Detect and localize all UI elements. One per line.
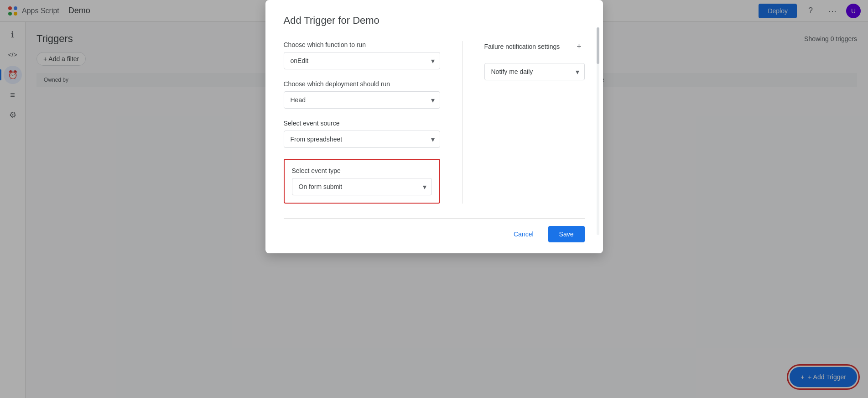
modal-right-column: Failure notification settings + Notify m…	[484, 41, 585, 204]
modal-footer: Cancel Save	[284, 218, 585, 242]
cancel-button[interactable]: Cancel	[504, 226, 543, 242]
function-select[interactable]: onEdit onOpen onChange onFormSubmit	[284, 52, 440, 69]
modal-overlay: Add Trigger for Demo Choose which functi…	[0, 0, 868, 398]
scrollbar-thumb[interactable]	[597, 27, 599, 64]
event-type-field-group: Select event type On form submit On edit…	[292, 167, 432, 195]
event-type-label: Select event type	[292, 167, 432, 174]
event-source-dropdown-wrapper: From spreadsheet Time-driven From calend…	[284, 131, 440, 148]
modal-title: Add Trigger for Demo	[284, 15, 585, 26]
failure-select[interactable]: Notify me daily Notify me immediately No…	[484, 63, 585, 80]
function-label: Choose which function to run	[284, 41, 440, 48]
event-type-dropdown-wrapper: On form submit On edit On change On open	[292, 178, 432, 195]
deployment-field-group: Choose which deployment should run Head	[284, 80, 440, 109]
function-dropdown-wrapper: onEdit onOpen onChange onFormSubmit	[284, 52, 440, 69]
event-source-select[interactable]: From spreadsheet Time-driven From calend…	[284, 131, 440, 148]
add-trigger-modal: Add Trigger for Demo Choose which functi…	[265, 0, 603, 253]
modal-left-column: Choose which function to run onEdit onOp…	[284, 41, 440, 204]
event-source-field-group: Select event source From spreadsheet Tim…	[284, 120, 440, 148]
event-type-select[interactable]: On form submit On edit On change On open	[292, 178, 432, 195]
scrollbar-track	[597, 27, 599, 235]
failure-label: Failure notification settings	[484, 43, 560, 50]
deployment-dropdown-wrapper: Head	[284, 91, 440, 109]
modal-body: Choose which function to run onEdit onOp…	[284, 41, 585, 204]
deployment-label: Choose which deployment should run	[284, 80, 440, 88]
save-button[interactable]: Save	[548, 226, 585, 242]
failure-dropdown-wrapper: Notify me daily Notify me immediately No…	[484, 63, 585, 80]
deployment-select[interactable]: Head	[284, 91, 440, 109]
function-field-group: Choose which function to run onEdit onOp…	[284, 41, 440, 69]
modal-divider	[462, 41, 463, 204]
event-type-section: Select event type On form submit On edit…	[284, 159, 440, 204]
failure-header: Failure notification settings +	[484, 41, 585, 52]
failure-add-icon[interactable]: +	[574, 41, 585, 52]
event-source-label: Select event source	[284, 120, 440, 127]
